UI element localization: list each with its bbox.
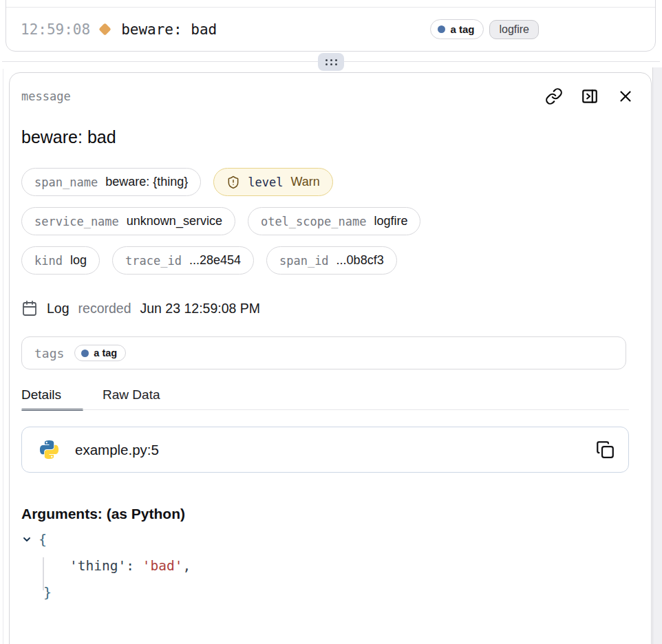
panel-right-icon: [581, 87, 599, 105]
tags-box: tags a tag: [21, 336, 626, 369]
row-message: beware: bad: [121, 21, 217, 38]
row-badges: a tag logfire: [430, 19, 539, 39]
recorded-datetime: Jun 23 12:59:08 PM: [140, 301, 261, 316]
tab-raw-data[interactable]: Raw Data: [103, 387, 160, 410]
attr-pill-trace-id[interactable]: trace_id ...28e454: [112, 246, 254, 275]
tag-badge[interactable]: a tag: [430, 19, 484, 39]
open-brace: {: [39, 531, 47, 548]
chevron-down-icon[interactable]: [21, 534, 32, 545]
attribute-pills: span_name beware: {thing} level Warn ser…: [21, 168, 634, 275]
close-icon: [617, 87, 634, 105]
open-side-panel-button[interactable]: [580, 87, 599, 105]
warn-level-diamond-icon: [98, 23, 111, 35]
panel-header: message: [21, 87, 634, 105]
recorded-verb: recorded: [78, 301, 131, 316]
link-icon: [545, 87, 563, 105]
tag-dot-icon: [81, 350, 89, 357]
copy-link-button[interactable]: [544, 87, 563, 105]
close-brace: }: [43, 584, 52, 601]
row-timestamp: 12:59:08: [21, 21, 90, 38]
attr-pill-span-id[interactable]: span_id ...0b8cf3: [266, 246, 397, 275]
source-location-box[interactable]: example.py:5: [21, 427, 629, 473]
recorded-kind: Log: [47, 301, 70, 316]
tab-details[interactable]: Details: [21, 387, 83, 410]
python-icon: [39, 439, 60, 460]
close-panel-button[interactable]: [616, 87, 634, 105]
tag-badge-label: a tag: [450, 23, 474, 35]
tag-dot-icon: [438, 25, 445, 33]
field-label: message: [21, 89, 71, 103]
attr-pill-kind[interactable]: kind log: [21, 246, 100, 275]
tags-label: tags: [34, 346, 64, 361]
copy-icon: [596, 440, 615, 459]
left-edge-line: [3, 69, 3, 644]
attr-pill-service-name[interactable]: service_name unknown_service: [21, 207, 235, 235]
tag-chip-label: a tag: [94, 347, 117, 358]
calendar-icon: [21, 300, 38, 316]
drag-dots-icon: [325, 59, 337, 65]
span-detail-panel: message beware: bad: [9, 72, 652, 644]
scope-badge[interactable]: logfire: [489, 20, 539, 39]
panel-drag-handle[interactable]: [318, 53, 344, 71]
log-list-card: 12:59:08 beware: bad a tag logfire: [6, 0, 656, 52]
copy-source-button[interactable]: [596, 440, 615, 459]
log-list-row[interactable]: 12:59:08 beware: bad a tag logfire: [6, 8, 655, 51]
scrollbar-gutter[interactable]: [652, 67, 662, 644]
indent-guide-line: [43, 557, 44, 590]
attr-pill-otel-scope-name[interactable]: otel_scope_name logfire: [248, 207, 421, 235]
detail-tabs: Details Raw Data: [21, 387, 634, 410]
recorded-timestamp-row: Log recorded Jun 23 12:59:08 PM: [21, 300, 634, 316]
code-entry-line: 'thing': 'bad',: [21, 558, 634, 574]
arguments-code-block: { 'thing': 'bad', }: [21, 531, 634, 601]
tabs-underline: [21, 409, 629, 411]
arguments-heading: Arguments: (as Python): [21, 506, 634, 522]
attr-pill-span-name[interactable]: span_name beware: {thing}: [21, 168, 201, 196]
shield-alert-icon: [226, 175, 240, 189]
tag-chip[interactable]: a tag: [74, 345, 126, 361]
attr-pill-level[interactable]: level Warn: [213, 168, 333, 196]
span-message-title: beware: bad: [21, 127, 634, 147]
source-location: example.py:5: [75, 442, 159, 458]
